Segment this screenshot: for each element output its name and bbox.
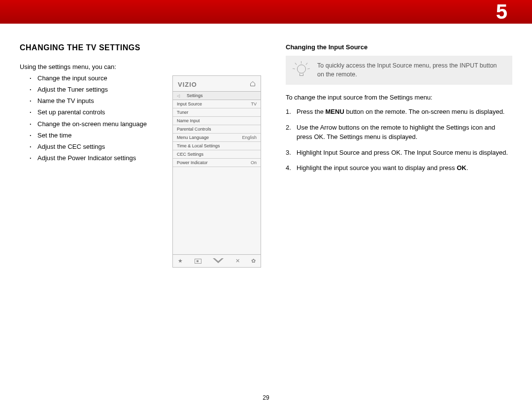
home-icon — [250, 81, 256, 88]
row-label: Tuner — [177, 110, 188, 115]
step-text: Highlight the input source you want to d… — [297, 164, 457, 171]
tip-callout: To quickly access the Input Source menu,… — [286, 56, 512, 85]
page-body: CHANGING THE TV SETTINGS Using the setti… — [0, 24, 532, 268]
step-item: Highlight the input source you want to d… — [297, 163, 512, 173]
lightbulb-icon — [295, 63, 308, 78]
panel-rows: Input SourceTV Tuner Name Input Parental… — [173, 100, 261, 167]
panel-title: Settings — [187, 93, 203, 98]
step-bold: MENU — [326, 108, 344, 115]
wide-v-icon — [213, 258, 224, 264]
menu-row: Tuner — [173, 108, 261, 117]
step-item: Highlight Input Source and press OK. The… — [297, 148, 512, 158]
brand-logo: VIZIO — [178, 81, 197, 88]
row-value: On — [251, 160, 257, 165]
left-column: CHANGING THE TV SETTINGS Using the setti… — [20, 43, 158, 268]
list-item: Change the input source — [37, 73, 158, 83]
feature-list: Change the input source Adjust the Tuner… — [20, 73, 158, 163]
list-item: Adjust the Power Indicator settings — [37, 153, 158, 163]
step-text: Highlight Input Source and press OK. The… — [297, 149, 508, 156]
list-item: Name the TV inputs — [37, 96, 158, 106]
back-triangle-icon: ◁ — [177, 94, 180, 98]
step-item: Use the Arrow buttons on the remote to h… — [297, 123, 512, 142]
page-number: 29 — [0, 394, 532, 401]
row-label: Time & Local Settings — [177, 143, 220, 148]
row-value: TV — [251, 102, 257, 106]
middle-column: VIZIO ◁ Settings Input SourceTV Tuner Na… — [172, 43, 271, 268]
menu-row: Menu LanguageEnglish — [173, 134, 261, 142]
rect-icon — [195, 259, 201, 264]
menu-row: CEC Settings — [173, 150, 261, 159]
list-item: Adjust the CEC settings — [37, 142, 158, 152]
menu-row: Time & Local Settings — [173, 142, 261, 150]
menu-row: Power IndicatorOn — [173, 159, 261, 167]
menu-row: Parental Controls — [173, 125, 261, 134]
panel-bottom-bar: ★ ✕ ✿ — [173, 254, 261, 267]
list-item: Adjust the Tuner settings — [37, 85, 158, 95]
row-label: Parental Controls — [177, 127, 211, 132]
step-text: Use the Arrow buttons on the remote to h… — [297, 124, 495, 141]
tip-text: To quickly access the Input Source menu,… — [317, 62, 503, 79]
step-text: . — [466, 164, 468, 171]
star-icon: ★ — [178, 258, 183, 264]
row-label: Name Input — [177, 118, 200, 123]
lead-text: To change the input source from the Sett… — [286, 94, 512, 101]
step-bold: OK — [457, 164, 466, 171]
step-text: button on the remote. The on-screen menu… — [344, 108, 505, 115]
list-item: Set the time — [37, 131, 158, 140]
section-heading: CHANGING THE TV SETTINGS — [20, 43, 158, 52]
row-label: CEC Settings — [177, 152, 203, 157]
chapter-header: 5 — [0, 0, 532, 24]
chapter-number: 5 — [496, 0, 507, 24]
step-item: Press the MENU button on the remote. The… — [297, 107, 512, 117]
panel-header: VIZIO — [173, 76, 261, 91]
row-value: English — [242, 135, 257, 140]
intro-text: Using the settings menu, you can: — [20, 63, 158, 70]
subsection-heading: Changing the Input Source — [286, 43, 512, 51]
row-label: Power Indicator — [177, 160, 208, 165]
menu-row: Name Input — [173, 117, 261, 125]
row-label: Menu Language — [177, 135, 209, 140]
row-label: Input Source — [177, 102, 202, 106]
right-column: Changing the Input Source To quickly acc… — [286, 43, 512, 268]
settings-menu-screenshot: VIZIO ◁ Settings Input SourceTV Tuner Na… — [172, 75, 261, 268]
close-icon: ✕ — [235, 258, 240, 264]
gear-icon: ✿ — [251, 258, 256, 264]
menu-row: Input SourceTV — [173, 100, 261, 108]
panel-spacer — [173, 167, 261, 254]
panel-title-row: ◁ Settings — [173, 91, 261, 100]
step-text: Press the — [297, 108, 326, 115]
steps-list: Press the MENU button on the remote. The… — [286, 107, 512, 173]
list-item: Set up parental controls — [37, 107, 158, 117]
list-item: Change the on-screen menu language — [37, 119, 158, 129]
